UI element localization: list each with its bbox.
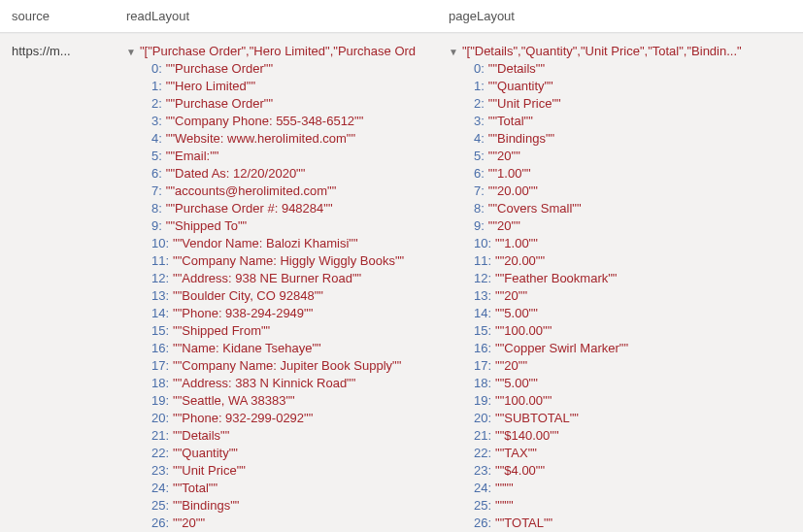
item-value: ""Bindings"" bbox=[173, 497, 239, 515]
item-value: ""Purchase Order"" bbox=[166, 60, 273, 78]
list-item: 21:""Details"" bbox=[151, 427, 427, 445]
list-item: 5:""Email:"" bbox=[151, 148, 427, 165]
column-header-readlayout[interactable]: readLayout bbox=[115, 9, 437, 23]
item-value: ""20.00"" bbox=[495, 252, 545, 270]
item-value: ""Phone: 938-294-2949"" bbox=[173, 305, 313, 322]
cell-pagelayout: ▼ "["Details","Quantity","Unit Price","T… bbox=[437, 34, 803, 532]
item-value: ""Quantity"" bbox=[488, 78, 553, 95]
item-index: 13: bbox=[474, 287, 491, 305]
list-item: 16:""Name: Kidane Tsehaye"" bbox=[151, 340, 427, 357]
item-index: 15: bbox=[151, 322, 169, 340]
item-value: ""Quantity"" bbox=[173, 445, 238, 462]
item-index: 24: bbox=[151, 480, 169, 497]
item-value: ""$4.00"" bbox=[495, 462, 545, 480]
item-value: ""Name: Kidane Tsehaye"" bbox=[173, 340, 321, 357]
item-index: 2: bbox=[151, 95, 162, 113]
item-index: 21: bbox=[151, 427, 169, 445]
readlayout-array-header[interactable]: ▼ "["Purchase Order","Hero Limited","Pur… bbox=[126, 44, 427, 58]
item-index: 14: bbox=[151, 305, 169, 322]
list-item: 21:""$140.00"" bbox=[474, 427, 793, 445]
list-item: 12:""Feather Bookmark"" bbox=[474, 270, 793, 287]
item-index: 26: bbox=[151, 515, 169, 532]
item-value: ""Boulder City, CO 92848"" bbox=[173, 287, 323, 305]
list-item: 19:""Seattle, WA 38383"" bbox=[151, 392, 427, 410]
source-text: https://m... bbox=[12, 44, 105, 58]
item-index: 14: bbox=[474, 305, 491, 322]
list-item: 26:""TOTAL"" bbox=[474, 515, 793, 532]
item-value: ""100.00"" bbox=[495, 392, 552, 410]
list-item: 16:""Copper Swirl Marker"" bbox=[474, 340, 793, 357]
item-index: 9: bbox=[151, 217, 162, 235]
item-value: ""Unit Price"" bbox=[173, 462, 246, 480]
item-index: 4: bbox=[474, 130, 485, 148]
list-item: 14:""Phone: 938-294-2949"" bbox=[151, 305, 427, 322]
item-value: ""Website: www.herolimited.com"" bbox=[166, 130, 355, 148]
list-item: 3:""Total"" bbox=[474, 113, 793, 130]
list-item: 26:""20"" bbox=[151, 515, 427, 532]
item-index: 16: bbox=[151, 340, 169, 357]
list-item: 9:""Shipped To"" bbox=[151, 217, 427, 235]
table-body: https://m... ▼ "["Purchase Order","Hero … bbox=[0, 33, 803, 532]
list-item: 17:""20"" bbox=[474, 357, 793, 375]
item-value: ""Feather Bookmark"" bbox=[495, 270, 617, 287]
column-header-source[interactable]: source bbox=[0, 9, 115, 23]
item-index: 3: bbox=[474, 113, 485, 130]
list-item: 25:"""" bbox=[474, 497, 793, 515]
pagelayout-array-header[interactable]: ▼ "["Details","Quantity","Unit Price","T… bbox=[449, 44, 793, 58]
list-item: 2:""Unit Price"" bbox=[474, 95, 793, 113]
list-item: 4:""Bindings"" bbox=[474, 130, 793, 148]
list-item: 20:""Phone: 932-299-0292"" bbox=[151, 410, 427, 427]
item-value: ""20.00"" bbox=[488, 183, 538, 200]
item-index: 2: bbox=[474, 95, 485, 113]
item-index: 1: bbox=[151, 78, 162, 95]
item-index: 8: bbox=[474, 200, 485, 217]
item-value: ""5.00"" bbox=[495, 305, 538, 322]
item-index: 7: bbox=[151, 183, 162, 200]
item-value: ""Shipped To"" bbox=[166, 217, 247, 235]
item-value: ""20"" bbox=[495, 287, 527, 305]
list-item: 15:""100.00"" bbox=[474, 322, 793, 340]
item-value: ""20"" bbox=[488, 217, 520, 235]
item-index: 3: bbox=[151, 113, 162, 130]
list-item: 6:""Dated As: 12/20/2020"" bbox=[151, 165, 427, 183]
item-value: ""Seattle, WA 38383"" bbox=[173, 392, 295, 410]
item-index: 0: bbox=[151, 60, 162, 78]
column-header-pagelayout[interactable]: pageLayout bbox=[437, 9, 803, 23]
item-index: 1: bbox=[474, 78, 485, 95]
item-value: ""20"" bbox=[173, 515, 205, 532]
list-item: 22:""TAX"" bbox=[474, 445, 793, 462]
chevron-down-icon: ▼ bbox=[126, 47, 136, 57]
item-index: 5: bbox=[474, 148, 485, 165]
list-item: 23:""Unit Price"" bbox=[151, 462, 427, 480]
item-value: ""Hero Limited"" bbox=[166, 78, 255, 95]
item-value: ""Total"" bbox=[488, 113, 533, 130]
item-index: 17: bbox=[151, 357, 169, 375]
item-index: 25: bbox=[474, 497, 491, 515]
list-item: 0:""Details"" bbox=[474, 60, 793, 78]
readlayout-header-text: "["Purchase Order","Hero Limited","Purch… bbox=[140, 44, 416, 58]
list-item: 7:""accounts@herolimited.com"" bbox=[151, 183, 427, 200]
item-value: ""Company Phone: 555-348-6512"" bbox=[166, 113, 363, 130]
list-item: 18:""5.00"" bbox=[474, 375, 793, 392]
list-item: 15:""Shipped From"" bbox=[151, 322, 427, 340]
item-index: 0: bbox=[474, 60, 485, 78]
pagelayout-rows: 0:""Details""1:""Quantity""2:""Unit Pric… bbox=[449, 60, 793, 532]
item-value: ""Purchase Order #: 948284"" bbox=[166, 200, 333, 217]
item-index: 18: bbox=[151, 375, 169, 392]
item-value: """" bbox=[495, 480, 513, 497]
item-index: 25: bbox=[151, 497, 169, 515]
item-index: 11: bbox=[151, 252, 169, 270]
item-index: 19: bbox=[151, 392, 169, 410]
item-index: 26: bbox=[474, 515, 491, 532]
item-value: """" bbox=[495, 497, 513, 515]
item-value: ""Purchase Order"" bbox=[166, 95, 273, 113]
item-value: ""Copper Swirl Marker"" bbox=[495, 340, 628, 357]
list-item: 13:""Boulder City, CO 92848"" bbox=[151, 287, 427, 305]
item-index: 12: bbox=[474, 270, 491, 287]
item-value: ""20"" bbox=[488, 148, 520, 165]
item-index: 7: bbox=[474, 183, 485, 200]
item-value: ""100.00"" bbox=[495, 322, 552, 340]
item-value: ""accounts@herolimited.com"" bbox=[166, 183, 336, 200]
item-index: 24: bbox=[474, 480, 491, 497]
item-index: 6: bbox=[151, 165, 162, 183]
